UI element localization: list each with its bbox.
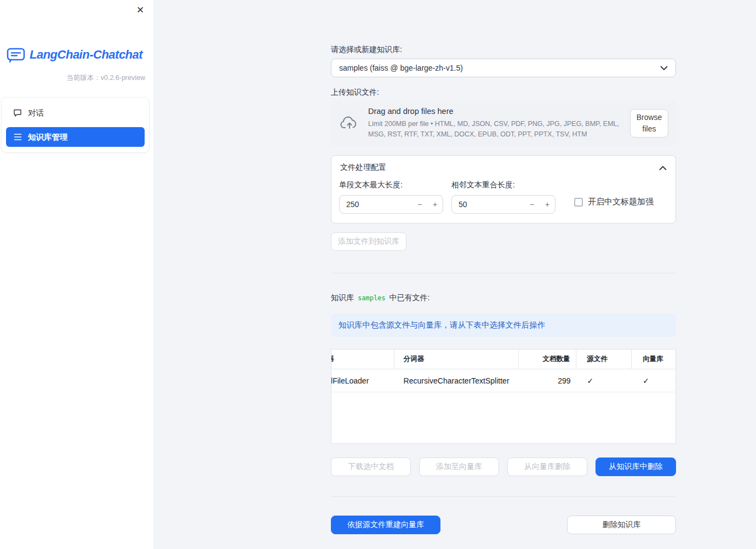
upload-label: 上传知识文件: xyxy=(331,88,676,97)
chunk-size-input[interactable]: 250 − + xyxy=(339,195,443,214)
zh-title-enhance-label: 开启中文标题加强 xyxy=(588,197,654,207)
cell-splitter: RecursiveCharacterTextSplitter xyxy=(394,369,519,392)
overlap-size-value: 50 xyxy=(452,200,524,209)
sidebar: ✕ LangChain-Chatchat 当前版本：v0.2.6-preview xyxy=(0,0,153,549)
file-uploader-dropzone[interactable]: Drag and drop files here Limit 200MB per… xyxy=(331,100,676,146)
kb-list-icon xyxy=(13,133,22,141)
browse-files-button[interactable]: Browse files xyxy=(630,109,668,138)
uploader-texts: Drag and drop files here Limit 200MB per… xyxy=(368,107,630,140)
app-logo-text: LangChain-Chatchat xyxy=(30,48,142,62)
overlap-size-label: 相邻文本重合长度: xyxy=(451,180,555,190)
sidebar-item-kb-manage[interactable]: 知识库管理 xyxy=(6,127,145,147)
kb-select-label: 请选择或新建知识库: xyxy=(331,45,676,54)
cell-doc-count: 299 xyxy=(519,369,576,392)
version-caption: 当前版本：v0.2.6-preview xyxy=(0,73,153,83)
overlap-size-field: 相邻文本重合长度: 50 − + xyxy=(451,180,555,214)
app-logo: LangChain-Chatchat xyxy=(0,0,153,62)
checkbox-box-icon xyxy=(574,198,583,207)
sidebar-item-label: 对话 xyxy=(28,108,44,118)
file-config-body: 单段文本最大长度: 250 − + 相邻文本重合长度: 50 − + xyxy=(331,177,675,223)
app-canvas: ✕ LangChain-Chatchat 当前版本：v0.2.6-preview xyxy=(0,0,756,549)
file-config-expander: 文件处理配置 单段文本最大长度: 250 − + 相邻文 xyxy=(331,155,676,224)
existing-files-suffix: 中已有文件: xyxy=(390,293,430,302)
cell-vector-check: ✓ xyxy=(632,369,675,392)
divider xyxy=(331,496,676,497)
divider xyxy=(331,273,676,273)
overlap-size-increment-button[interactable]: + xyxy=(540,196,555,213)
delete-from-vector-store-button[interactable]: 从向量库删除 xyxy=(507,458,587,476)
download-selected-button[interactable]: 下载选中文档 xyxy=(331,458,411,476)
chunk-size-label: 单段文本最大长度: xyxy=(339,180,443,190)
sidebar-close-button[interactable]: ✕ xyxy=(134,4,146,16)
kb-select[interactable]: samples (faiss @ bge-large-zh-v1.5) xyxy=(331,59,676,77)
existing-files-prefix: 知识库 xyxy=(331,293,354,302)
chunk-size-increment-button[interactable]: + xyxy=(427,196,443,213)
delete-from-kb-button[interactable]: 从知识库中删除 xyxy=(595,458,676,476)
sidebar-menu: 对话 知识库管理 xyxy=(1,97,150,153)
cloud-upload-icon xyxy=(340,116,359,131)
col-header-vector-store[interactable]: 向量库 xyxy=(632,350,675,369)
chunk-size-decrement-button[interactable]: − xyxy=(412,196,427,213)
col-header-doc-count[interactable]: 文档数量 xyxy=(519,350,576,369)
overlap-size-input[interactable]: 50 − + xyxy=(451,195,555,214)
overlap-size-decrement-button[interactable]: − xyxy=(524,196,540,213)
chunk-size-field: 单段文本最大长度: 250 − + xyxy=(339,180,443,214)
file-config-expander-header[interactable]: 文件处理配置 xyxy=(331,156,675,177)
chat-bubble-icon xyxy=(13,108,22,117)
chevron-down-icon xyxy=(660,66,668,71)
chat-logo-icon xyxy=(7,47,25,62)
main-content: 请选择或新建知识库: samples (faiss @ bge-large-zh… xyxy=(331,0,676,534)
file-action-buttons: 下载选中文档 添加至向量库 从向量库删除 从知识库中删除 xyxy=(331,458,676,476)
table-row[interactable]: UnstructuredFileLoader RecursiveCharacte… xyxy=(331,369,675,392)
existing-files-caption: 知识库 samples 中已有文件: xyxy=(331,293,676,303)
kb-select-value: samples (faiss @ bge-large-zh-v1.5) xyxy=(339,64,660,72)
chunk-size-value: 250 xyxy=(340,200,412,209)
delete-kb-button[interactable]: 删除知识库 xyxy=(567,516,676,534)
table-header-row: 文档加载器 分词器 文档数量 源文件 向量库 xyxy=(331,350,675,369)
uploader-drag-text: Drag and drop files here xyxy=(368,107,625,116)
uploader-limit-text: Limit 200MB per file • HTML, MD, JSON, C… xyxy=(368,119,625,140)
info-banner: 知识库中包含源文件与向量库，请从下表中选择文件后操作 xyxy=(331,313,676,337)
col-header-source-file[interactable]: 源文件 xyxy=(576,350,632,369)
col-header-loader[interactable]: 文档加载器 xyxy=(331,350,394,369)
sidebar-item-dialogue[interactable]: 对话 xyxy=(6,103,145,123)
rebuild-vector-store-button[interactable]: 依据源文件重建向量库 xyxy=(331,516,440,534)
chevron-up-icon xyxy=(659,165,667,170)
sidebar-item-label: 知识库管理 xyxy=(28,132,68,142)
kb-files-table[interactable]: 文档加载器 分词器 文档数量 源文件 向量库 UnstructuredFileL… xyxy=(331,349,676,444)
cell-source-check: ✓ xyxy=(576,369,632,392)
file-config-title: 文件处理配置 xyxy=(340,163,386,173)
kb-bottom-actions: 依据源文件重建向量库 删除知识库 xyxy=(331,516,676,534)
cell-loader: UnstructuredFileLoader xyxy=(331,369,394,392)
add-files-to-kb-button[interactable]: 添加文件到知识库 xyxy=(331,232,406,251)
kb-name-code: samples xyxy=(358,294,386,303)
add-to-vector-store-button[interactable]: 添加至向量库 xyxy=(419,458,499,476)
zh-title-enhance-checkbox[interactable]: 开启中文标题加强 xyxy=(574,197,654,207)
col-header-splitter[interactable]: 分词器 xyxy=(394,350,519,369)
